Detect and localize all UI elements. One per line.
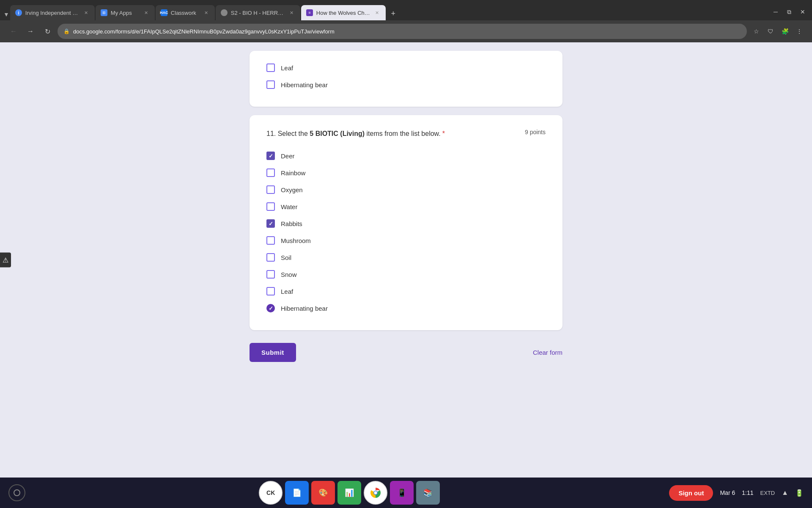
battery-icon: 🔋 xyxy=(795,489,804,497)
q11-hibernating-checkbox[interactable] xyxy=(266,304,275,312)
tab-wolves-close[interactable]: ✕ xyxy=(374,9,381,16)
q11-deer-label: Deer xyxy=(281,152,295,160)
taskbar-status: EXTD xyxy=(760,490,775,496)
q11-snow-checkbox[interactable] xyxy=(266,270,275,279)
home-button[interactable] xyxy=(8,484,25,501)
taskbar-app-slides[interactable]: 📊 xyxy=(337,481,361,505)
tab-bio-label: S2 - BIO H - HERRERA xyxy=(231,10,285,16)
q11-soil-label: Soil xyxy=(281,254,291,261)
tab-myapps-close[interactable]: ✕ xyxy=(143,9,150,16)
tab-wolves-label: How the Wolves Chang... xyxy=(316,10,370,16)
tab-myapps-label: My Apps xyxy=(111,10,140,16)
tab-irving-label: Irving Independent Sch... xyxy=(25,10,80,16)
prev-hibernating-label: Hibernating bear xyxy=(281,81,328,88)
q11-deer-checkbox[interactable] xyxy=(266,152,275,160)
sign-out-button[interactable]: Sign out xyxy=(669,485,713,501)
q11-rabbits-label: Rabbits xyxy=(281,220,302,227)
tab-wolves[interactable]: ≡ How the Wolves Chang... ✕ xyxy=(301,5,386,20)
extension-icon[interactable]: 🛡 xyxy=(765,25,776,37)
tab-classwork-close[interactable]: ✕ xyxy=(203,9,210,16)
browser-frame: ▼ i Irving Independent Sch... ✕ ⊞ My App… xyxy=(0,0,812,508)
minimize-button[interactable]: ─ xyxy=(770,6,782,18)
extensions-button[interactable]: 🧩 xyxy=(779,25,791,37)
tab-myapps[interactable]: ⊞ My Apps ✕ xyxy=(96,5,155,20)
address-bar: ← → ↻ 🔒 docs.google.com/forms/d/e/1FAIpQ… xyxy=(0,20,812,42)
taskbar-time: 1:11 xyxy=(742,489,753,496)
prev-hibernating-item: Hibernating bear xyxy=(266,76,546,93)
required-star: * xyxy=(442,130,445,137)
clear-form-link[interactable]: Clear form xyxy=(533,349,562,356)
submit-area: Submit Clear form xyxy=(250,339,562,370)
taskbar-app-chrome[interactable] xyxy=(364,481,387,505)
wolves-favicon: ≡ xyxy=(306,9,313,16)
back-button[interactable]: ← xyxy=(7,25,20,38)
restore-button[interactable]: ⧉ xyxy=(783,6,795,18)
q11-deer-item: Deer xyxy=(266,147,546,164)
tab-irving[interactable]: i Irving Independent Sch... ✕ xyxy=(10,5,95,20)
q11-leaf-item: Leaf xyxy=(266,283,546,300)
taskbar-right: Mar 6 1:11 EXTD ▲ 🔋 xyxy=(720,489,804,497)
reload-button[interactable]: ↻ xyxy=(41,25,54,38)
taskbar: CK 📄 🎨 📊 xyxy=(0,478,812,508)
bio-favicon xyxy=(221,9,228,16)
q11-leaf-checkbox[interactable] xyxy=(266,287,275,295)
content-area: Leaf Hibernating bear 11. Select the 5 B… xyxy=(0,42,812,478)
question-11-number: 11. Select the xyxy=(266,130,310,137)
taskbar-date: Mar 6 xyxy=(720,489,735,496)
menu-button[interactable]: ⋮ xyxy=(793,25,805,37)
myapps-favicon: ⊞ xyxy=(101,9,107,16)
url-bar[interactable]: 🔒 docs.google.com/forms/d/e/1FAIpQLSe2qi… xyxy=(58,24,747,39)
submit-button[interactable]: Submit xyxy=(250,343,296,362)
q11-soil-item: Soil xyxy=(266,249,546,266)
q11-oxygen-item: Oxygen xyxy=(266,181,546,198)
q11-soil-checkbox[interactable] xyxy=(266,253,275,262)
forward-button[interactable]: → xyxy=(24,25,37,38)
taskbar-apps: CK 📄 🎨 📊 xyxy=(30,481,669,505)
irving-favicon: i xyxy=(15,9,22,16)
lock-icon: 🔒 xyxy=(63,28,70,34)
prev-leaf-checkbox[interactable] xyxy=(266,64,275,72)
q11-water-label: Water xyxy=(281,203,297,210)
prev-hibernating-checkbox[interactable] xyxy=(266,80,275,89)
q11-rabbits-item: Rabbits xyxy=(266,215,546,232)
taskbar-app-jamboard[interactable]: 🎨 xyxy=(311,481,335,505)
tab-bio[interactable]: S2 - BIO H - HERRERA ✕ xyxy=(216,5,300,20)
q11-snow-item: Snow xyxy=(266,266,546,283)
q11-rabbits-checkbox[interactable] xyxy=(266,219,275,228)
q11-snow-label: Snow xyxy=(281,271,297,278)
taskbar-app-reader[interactable]: 📚 xyxy=(416,481,440,505)
question-11-header: 11. Select the 5 BIOTIC (Living) items f… xyxy=(266,129,546,139)
q11-hibernating-item: Hibernating bear xyxy=(266,300,546,317)
q11-mushroom-label: Mushroom xyxy=(281,237,311,244)
page-scroll[interactable]: Leaf Hibernating bear 11. Select the 5 B… xyxy=(0,42,812,478)
new-tab-button[interactable]: + xyxy=(387,7,400,20)
taskbar-app-docs[interactable]: 📄 xyxy=(285,481,309,505)
q11-mushroom-item: Mushroom xyxy=(266,232,546,249)
window-controls: ─ ⧉ ✕ xyxy=(770,6,809,20)
address-right-icons: ☆ 🛡 🧩 ⋮ xyxy=(750,25,805,37)
wifi-icon: ▲ xyxy=(782,489,788,497)
question-11-bold: 5 BIOTIC (Living) xyxy=(310,130,365,137)
bookmark-icon[interactable]: ☆ xyxy=(750,25,762,37)
tab-dropdown[interactable]: ▼ xyxy=(3,11,9,20)
prev-leaf-item: Leaf xyxy=(266,59,546,76)
feedback-button[interactable]: ⚠ xyxy=(0,253,11,268)
taskbar-app-ck[interactable]: CK xyxy=(259,481,283,505)
taskbar-app-purple[interactable]: 📱 xyxy=(390,481,414,505)
question-11-text: 11. Select the 5 BIOTIC (Living) items f… xyxy=(266,129,516,139)
q11-rainbow-checkbox[interactable] xyxy=(266,168,275,177)
q11-water-checkbox[interactable] xyxy=(266,202,275,211)
q11-rainbow-item: Rainbow xyxy=(266,164,546,181)
tab-bar: ▼ i Irving Independent Sch... ✕ ⊞ My App… xyxy=(0,0,812,20)
q11-mushroom-checkbox[interactable] xyxy=(266,236,275,245)
close-button[interactable]: ✕ xyxy=(797,6,809,18)
points-badge: 9 points xyxy=(525,129,546,135)
tab-classwork[interactable]: HAC Classwork ✕ xyxy=(156,5,215,20)
q11-leaf-label: Leaf xyxy=(281,288,293,295)
tab-bio-close[interactable]: ✕ xyxy=(288,9,295,16)
tab-irving-close[interactable]: ✕ xyxy=(83,9,90,16)
prev-question-card: Leaf Hibernating bear xyxy=(250,51,562,107)
q11-hibernating-label: Hibernating bear xyxy=(281,305,328,312)
q11-oxygen-checkbox[interactable] xyxy=(266,185,275,194)
svg-point-2 xyxy=(374,491,377,494)
